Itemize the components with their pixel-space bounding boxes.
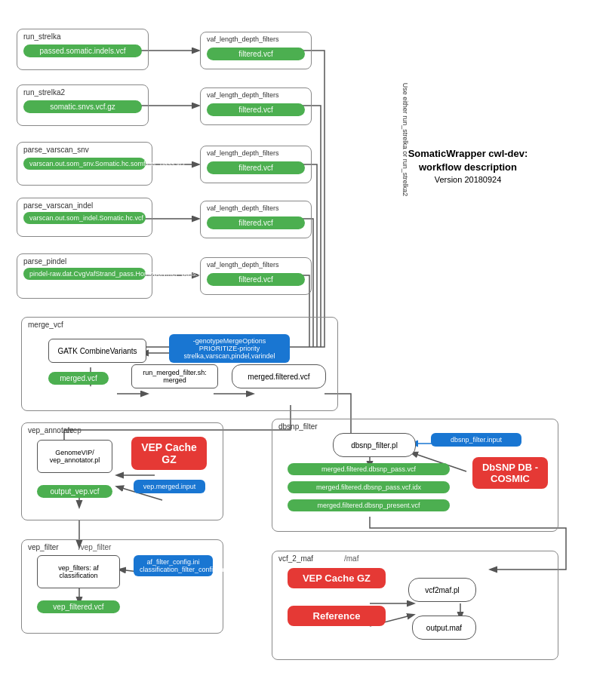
output-maf: output.maf — [412, 616, 476, 640]
title-line1: SomaticWrapper cwl-dev: — [385, 147, 551, 161]
run-strelka2-file: somatic.snvs.vcf.gz — [23, 100, 142, 113]
run-strelka2-label: run_strelka2 — [23, 88, 65, 97]
dbsnp-pass-idx: merged.filtered.dbsnp_pass.vcf.idx — [288, 481, 450, 493]
run-strelka-container: run_strelka passed.somatic.indels.vcf — [17, 29, 149, 70]
parse-pindel-container: parse_pindel pindel-raw.dat.CvgVafStrand… — [17, 253, 152, 299]
vaf-filter-5-container: vaf_length_depth_filters filtered.vcf — [200, 257, 312, 295]
parse-varscan-snv-container: parse_varscan_snv varscan.out.som_snv.So… — [17, 142, 152, 186]
run-strelka2-container: run_strelka2 somatic.snvs.vcf.gz — [17, 84, 149, 126]
vep-merged-input: vep.merged.input — [134, 480, 205, 493]
vaf-filter-5-label: vaf_length_depth_filters — [207, 261, 279, 269]
vaf-filtered-3: filtered.vcf — [207, 161, 305, 174]
parse-varscan-indel-label: parse_varscan_indel — [23, 201, 93, 210]
use-either-label: Use either run_strelka or run_strelka2 — [401, 83, 409, 197]
vep-cache-gz-2: VEP Cache GZ — [288, 568, 386, 588]
maf-path-label: /maf — [344, 554, 358, 563]
gatk-combine-variants: GATK CombineVariants — [48, 339, 146, 363]
title-line3: Version 20180924 — [385, 174, 551, 186]
output-vep-vcf: output_vep.vcf — [37, 485, 112, 498]
merge-vcf-container: merge_vcf GATK CombineVariants -genotype… — [21, 317, 338, 411]
vaf-filter-2-label: vaf_length_depth_filters — [207, 91, 279, 99]
vep-cache-gz: VEP Cache GZ — [131, 437, 207, 470]
vaf-filtered-1: filtered.vcf — [207, 48, 305, 60]
vaf-filter-2-container: vaf_length_depth_filters filtered.vcf — [200, 88, 312, 125]
vaf-filter-4-label: vaf_length_depth_filters — [207, 204, 279, 212]
merged-filtered-vcf: merged.filtered.vcf — [232, 364, 326, 388]
genomevip-node: GenomeVIP/ vep_annotator.pl — [37, 440, 112, 473]
dbsnp-filter-input: dbsnp_filter.input — [431, 433, 521, 447]
genotype-options: -genotypeMergeOptions PRIORITIZE-priorit… — [169, 334, 290, 363]
parse-pindel-label: parse_pindel — [23, 257, 66, 266]
parse-varscan-indel-container: parse_varscan_indel varscan.out.som_inde… — [17, 198, 152, 237]
reference-box: Reference — [288, 606, 386, 626]
vep-filter-path-label: /vep_filter — [78, 543, 111, 551]
parse-pindel-file: pindel-raw.dat.CvgVafStrand_pass.Homopol… — [23, 268, 146, 280]
merged-vcf: merged.vcf — [48, 372, 109, 385]
vaf-filter-4-container: vaf_length_depth_filters filtered.vcf — [200, 201, 312, 238]
vaf-filtered-4: filtered.vcf — [207, 216, 305, 229]
dbsnp-pass-vcf: merged.filtered.dbsnp_pass.vcf — [288, 463, 450, 475]
run-merged-filter: run_merged_filter.sh: merged — [131, 364, 218, 388]
dbsnp-present-vcf: merged.filtered.dbsnp_present.vcf — [288, 499, 450, 511]
vcf-2-maf-label: vcf_2_maf — [278, 554, 313, 563]
vep-filters-node: vep_filters: af classification — [37, 555, 120, 588]
parse-varscan-snv-file: varscan.out.som_snv.Somatic.hc.somfilter… — [23, 158, 146, 170]
vaf-filter-1-container: vaf_length_depth_filters filtered.vcf — [200, 32, 312, 69]
vcf2maf-pl: vcf2maf.pl — [408, 578, 476, 602]
vep-filter-container: vep_filter /vep_filter vep_filters: af c… — [21, 539, 223, 634]
merge-vcf-label: merge_vcf — [28, 321, 63, 329]
vaf-filtered-5: filtered.vcf — [207, 273, 305, 286]
af-filter-config: af_filter_config.ini classification_filt… — [134, 555, 213, 576]
title-line2: workflow description — [385, 161, 551, 174]
dbsnp-db: DbSNP DB - COSMIC — [472, 457, 548, 489]
vep-path-label: /vep — [67, 426, 82, 434]
vcf-2-maf-container: vcf_2_maf /maf VEP Cache GZ Reference vc… — [272, 551, 558, 660]
vaf-filter-3-label: vaf_length_depth_filters — [207, 149, 279, 157]
parse-varscan-snv-label: parse_varscan_snv — [23, 146, 89, 154]
vaf-filter-3-container: vaf_length_depth_filters filtered.vcf — [200, 146, 312, 183]
dbsnp-filter-container: dbsnp_filter dbsnp_filter.pl dbsnp_filte… — [272, 419, 558, 532]
vaf-filter-1-label: vaf_length_depth_filters — [207, 35, 279, 43]
run-strelka-label: run_strelka — [23, 32, 60, 41]
vaf-filtered-2: filtered.vcf — [207, 103, 305, 116]
dbsnp-filter-label: dbsnp_filter — [278, 422, 318, 431]
vep-annotate-container: vep_annotate /vep GenomeVIP/ vep_annotat… — [21, 422, 223, 520]
vep-filtered-vcf: vep_filtered.vcf — [37, 600, 120, 613]
run-strelka-file: passed.somatic.indels.vcf — [23, 45, 142, 57]
parse-varscan-indel-file: varscan.out.som_indel.Somatic.hc.vcf — [23, 212, 146, 224]
vep-filter-label: vep_filter — [28, 543, 59, 551]
dbsnp-filter-pl: dbsnp_filter.pl — [333, 433, 416, 457]
diagram-title: SomaticWrapper cwl-dev: workflow descrip… — [385, 147, 551, 186]
